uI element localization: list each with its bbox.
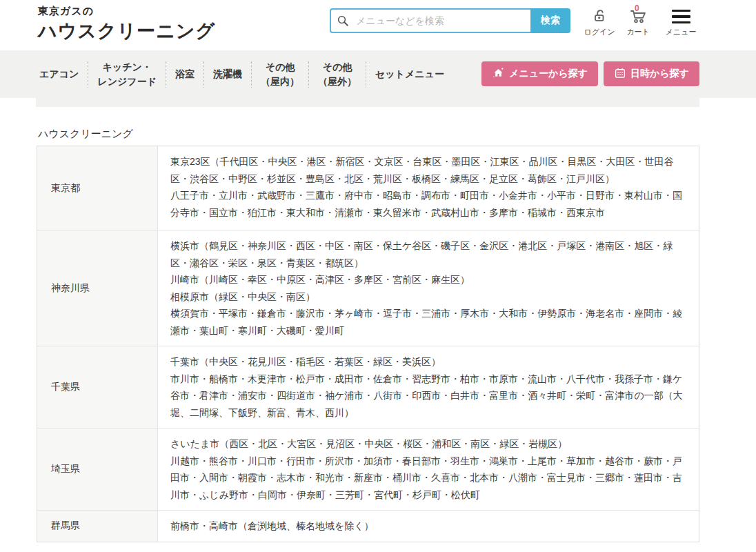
login-label: ログイン <box>582 27 617 37</box>
search-button[interactable]: 検索 <box>530 8 570 33</box>
search-by-menu-label: メニューから探す <box>509 68 588 80</box>
prefecture-cell: 千葉県 <box>37 346 158 428</box>
area-line: 横浜市（鶴見区・神奈川区・西区・中区・南区・保土ケ谷区・磯子区・金沢区・港北区・… <box>170 237 686 271</box>
hamburger-icon <box>662 6 699 24</box>
unlock-icon <box>582 6 617 24</box>
table-row: 埼玉県 さいたま市（西区・北区・大宮区・見沼区・中央区・桜区・浦和区・南区・緑区… <box>37 428 699 510</box>
menu-button[interactable]: メニュー <box>662 6 699 37</box>
category-nav-list: エアコン キッチン・ レンジフード 浴室 洗濯機 その他 （屋内） その他 （屋… <box>39 50 453 98</box>
cart-icon: 0 <box>621 6 655 24</box>
area-line: 横須賀市・平塚市・鎌倉市・藤沢市・茅ヶ崎市・逗子市・三浦市・厚木市・大和市・伊勢… <box>170 305 686 339</box>
search-icon <box>337 14 349 30</box>
area-line: 千葉市（中央区・花見川区・稲毛区・若葉区・緑区・美浜区） <box>170 353 686 371</box>
area-line: 前橋市・高崎市（倉渕地域、榛名地域を除く） <box>170 518 686 535</box>
nav-item-bathroom[interactable]: 浴室 <box>166 67 203 81</box>
site-logo[interactable]: 東京ガスの ハウスクリーニング <box>38 5 215 43</box>
category-navbar: エアコン キッチン・ レンジフード 浴室 洗濯機 その他 （屋内） その他 （屋… <box>0 50 756 98</box>
nav-item-other-indoor[interactable]: その他 （屋内） <box>252 60 308 88</box>
area-line: 東京23区（千代田区・中央区・港区・新宿区・文京区・台東区・墨田区・江東区・品川… <box>170 153 686 187</box>
cities-cell: 前橋市・高崎市（倉渕地域、榛名地域を除く） <box>158 511 699 542</box>
area-line: 相模原市（緑区・中央区・南区） <box>170 288 686 306</box>
cities-cell: 東京23区（千代田区・中央区・港区・新宿区・文京区・台東区・墨田区・江東区・品川… <box>158 146 699 230</box>
area-line: 市川市・船橋市・木更津市・松戸市・成田市・佐倉市・習志野市・柏市・市原市・流山市… <box>170 371 686 422</box>
nav-action-buttons: メニューから探す 日時から探す <box>481 61 699 86</box>
area-line: さいたま市（西区・北区・大宮区・見沼区・中央区・桜区・浦和区・南区・緑区・岩槻区… <box>170 435 686 453</box>
prefecture-cell: 埼玉県 <box>37 428 158 510</box>
page-title: ハウスクリーニング <box>38 128 133 141</box>
cart-button[interactable]: 0 カート <box>621 6 655 37</box>
menu-label: メニュー <box>662 27 699 37</box>
house-sparkle-icon <box>492 66 505 81</box>
table-row: 東京都 東京23区（千代田区・中央区・港区・新宿区・文京区・台東区・墨田区・江東… <box>37 146 699 230</box>
cities-cell: 横浜市（鶴見区・神奈川区・西区・中区・南区・保土ケ谷区・磯子区・金沢区・港北区・… <box>158 230 699 346</box>
cities-cell: 千葉市（中央区・花見川区・稲毛区・若葉区・緑区・美浜区） 市川市・船橋市・木更津… <box>158 346 699 428</box>
area-line: 川越市・熊谷市・川口市・行田市・所沢市・加須市・春日部市・羽生市・鴻巣市・上尾市… <box>170 453 686 504</box>
search-by-date-button[interactable]: 日時から探す <box>604 61 699 86</box>
login-button[interactable]: ログイン <box>582 6 617 37</box>
calendar-icon <box>614 67 626 81</box>
prefecture-cell: 群馬県 <box>37 511 158 542</box>
table-row: 神奈川県 横浜市（鶴見区・神奈川区・西区・中区・南区・保土ケ谷区・磯子区・金沢区… <box>37 230 699 346</box>
nav-item-aircon[interactable]: エアコン <box>39 67 88 81</box>
service-area-table: 東京都 東京23区（千代田区・中央区・港区・新宿区・文京区・台東区・墨田区・江東… <box>37 146 699 542</box>
cart-count-badge: 0 <box>635 3 639 13</box>
prefecture-cell: 神奈川県 <box>37 230 158 346</box>
search-bar: 検索 <box>330 8 570 33</box>
logo-subtitle: 東京ガスの <box>38 5 215 18</box>
area-line: 川崎市（川崎区・幸区・中原区・高津区・多摩区・宮前区・麻生区） <box>170 271 686 288</box>
search-by-date-label: 日時から探す <box>630 68 689 80</box>
nav-item-set-menu[interactable]: セットメニュー <box>366 67 453 81</box>
area-line: 八王子市・立川市・武蔵野市・三鷹市・府中市・昭島市・調布市・町田市・小金井市・小… <box>170 187 686 221</box>
search-by-menu-button[interactable]: メニューから探す <box>481 61 598 86</box>
table-row: 千葉県 千葉市（中央区・花見川区・稲毛区・若葉区・緑区・美浜区） 市川市・船橋市… <box>37 346 699 428</box>
nav-item-kitchen[interactable]: キッチン・ レンジフード <box>88 60 166 88</box>
nav-item-other-outdoor[interactable]: その他 （屋外） <box>309 60 366 88</box>
logo-title: ハウスクリーニング <box>38 19 215 43</box>
hero-bottom-strip <box>36 98 699 107</box>
search-input[interactable] <box>330 8 530 33</box>
prefecture-cell: 東京都 <box>37 146 158 230</box>
site-header: 東京ガスの ハウスクリーニング 検索 ログイン <box>0 0 756 50</box>
nav-item-washer[interactable]: 洗濯機 <box>204 67 251 81</box>
table-row: 群馬県 前橋市・高崎市（倉渕地域、榛名地域を除く） <box>37 510 699 542</box>
cities-cell: さいたま市（西区・北区・大宮区・見沼区・中央区・桜区・浦和区・南区・緑区・岩槻区… <box>158 428 699 510</box>
cart-label: カート <box>621 27 655 37</box>
